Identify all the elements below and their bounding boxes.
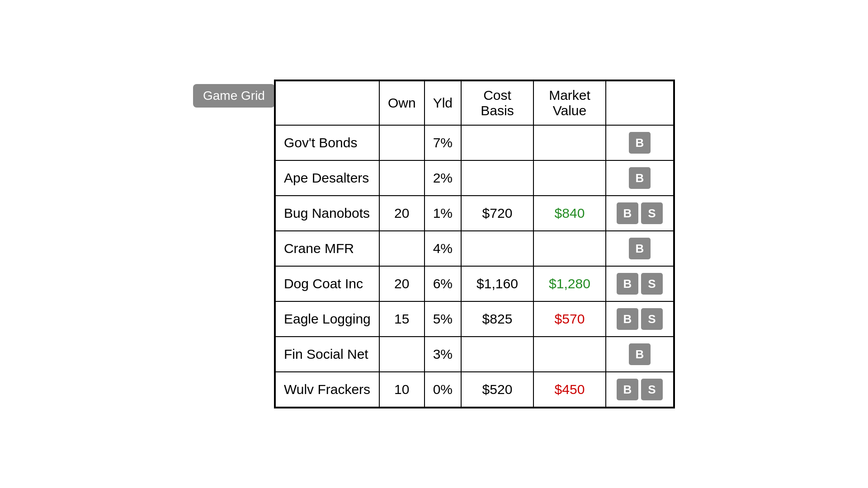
cell-actions: BS: [606, 372, 674, 407]
buy-button[interactable]: B: [629, 132, 651, 154]
cell-cost: [461, 231, 533, 266]
cell-cost: [461, 160, 533, 196]
cell-actions: BS: [606, 196, 674, 231]
cell-name: Crane MFR: [275, 231, 379, 266]
sell-button[interactable]: S: [641, 273, 663, 295]
cell-actions: B: [606, 231, 674, 266]
cell-cost: [461, 337, 533, 372]
cell-own: [379, 160, 425, 196]
cell-cost: $825: [461, 301, 533, 337]
buy-button[interactable]: B: [629, 343, 651, 365]
cell-own: 10: [379, 372, 425, 407]
buy-button[interactable]: B: [617, 379, 638, 400]
buy-button[interactable]: B: [629, 238, 651, 259]
table-row: Dog Coat Inc206%$1,160$1,280BS: [275, 266, 674, 301]
cell-yld: 4%: [425, 231, 461, 266]
cell-name: Ape Desalters: [275, 160, 379, 196]
cell-cost: $520: [461, 372, 533, 407]
col-header-actions: [606, 81, 674, 125]
cell-market: $1,280: [533, 266, 606, 301]
cell-yld: 7%: [425, 125, 461, 160]
table-row: Eagle Logging155%$825$570BS: [275, 301, 674, 337]
cell-yld: 2%: [425, 160, 461, 196]
col-header-market: MarketValue: [533, 81, 606, 125]
cell-yld: 6%: [425, 266, 461, 301]
col-header-cost: CostBasis: [461, 81, 533, 125]
cell-own: [379, 337, 425, 372]
buy-button[interactable]: B: [629, 167, 651, 189]
col-header-name: [275, 81, 379, 125]
sell-button[interactable]: S: [641, 379, 663, 400]
cell-own: 20: [379, 266, 425, 301]
cell-actions: B: [606, 337, 674, 372]
cell-own: [379, 125, 425, 160]
cell-cost: [461, 125, 533, 160]
sell-button[interactable]: S: [641, 202, 663, 224]
sell-button[interactable]: S: [641, 308, 663, 330]
game-grid-label: Game Grid: [193, 84, 275, 108]
buy-button[interactable]: B: [617, 273, 638, 295]
cell-market: $840: [533, 196, 606, 231]
col-header-own: Own: [379, 81, 425, 125]
cell-yld: 1%: [425, 196, 461, 231]
cell-yld: 5%: [425, 301, 461, 337]
cell-name: Gov't Bonds: [275, 125, 379, 160]
main-container: Game Grid Own Yld CostBasis MarketValue …: [193, 80, 675, 408]
investment-table-wrapper: Own Yld CostBasis MarketValue Gov't Bond…: [274, 80, 675, 408]
table-row: Fin Social Net3%B: [275, 337, 674, 372]
table-row: Crane MFR4%B: [275, 231, 674, 266]
cell-yld: 0%: [425, 372, 461, 407]
cell-cost: $720: [461, 196, 533, 231]
col-header-yld: Yld: [425, 81, 461, 125]
cell-name: Bug Nanobots: [275, 196, 379, 231]
cell-market: [533, 337, 606, 372]
cell-name: Eagle Logging: [275, 301, 379, 337]
table-row: Gov't Bonds7%B: [275, 125, 674, 160]
cell-yld: 3%: [425, 337, 461, 372]
cell-name: Dog Coat Inc: [275, 266, 379, 301]
cell-market: [533, 125, 606, 160]
table-row: Wulv Frackers100%$520$450BS: [275, 372, 674, 407]
buy-button[interactable]: B: [617, 308, 638, 330]
cell-market: $450: [533, 372, 606, 407]
cell-market: [533, 160, 606, 196]
cell-own: 15: [379, 301, 425, 337]
game-grid-label-wrapper: Game Grid: [193, 80, 275, 108]
cell-actions: BS: [606, 301, 674, 337]
cell-actions: B: [606, 125, 674, 160]
buy-button[interactable]: B: [617, 202, 638, 224]
investment-table: Own Yld CostBasis MarketValue Gov't Bond…: [275, 80, 674, 408]
table-row: Bug Nanobots201%$720$840BS: [275, 196, 674, 231]
cell-actions: B: [606, 160, 674, 196]
cell-name: Fin Social Net: [275, 337, 379, 372]
cell-market: $570: [533, 301, 606, 337]
cell-own: 20: [379, 196, 425, 231]
cell-cost: $1,160: [461, 266, 533, 301]
table-row: Ape Desalters2%B: [275, 160, 674, 196]
cell-name: Wulv Frackers: [275, 372, 379, 407]
cell-actions: BS: [606, 266, 674, 301]
cell-market: [533, 231, 606, 266]
cell-own: [379, 231, 425, 266]
